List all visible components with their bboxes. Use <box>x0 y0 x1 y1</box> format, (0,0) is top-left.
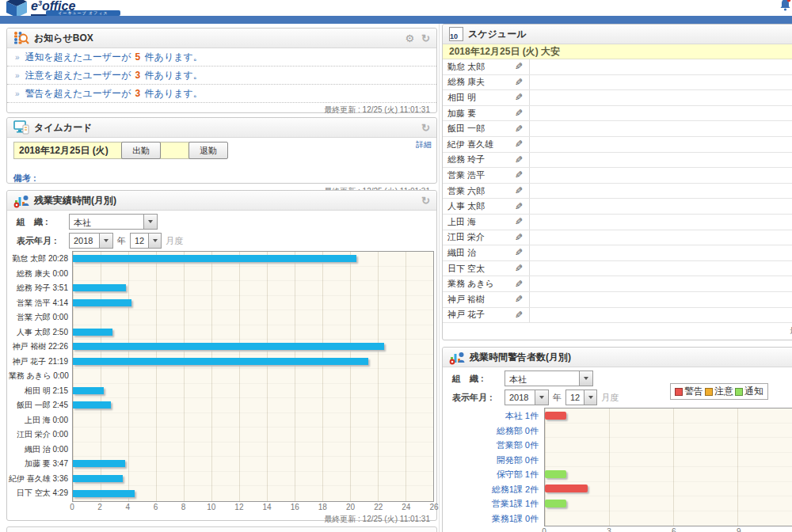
legend-swatch <box>735 388 743 396</box>
schedule-slot-cell[interactable] <box>530 106 792 121</box>
schedule-slot-cell[interactable] <box>530 230 792 245</box>
timecard-detail-link[interactable]: 詳細 <box>416 139 432 150</box>
schedule-slot-cell[interactable] <box>530 184 792 199</box>
notice-item[interactable]: »通知を超えたユーザーが 5 件あります。 <box>7 48 436 66</box>
chart-row-label: 江田 栄介 0:00 <box>9 428 72 443</box>
schedule-last-update: 最終更新 : 12/25 (火) 11:01:31 <box>443 323 792 339</box>
year-select[interactable]: 2018 <box>69 233 113 249</box>
notice-box-icon <box>13 31 29 45</box>
chart-row-label: 業務 あきら 0:00 <box>9 369 72 384</box>
schedule-slot-cell[interactable] <box>530 215 792 230</box>
axis-tick-label: 24 <box>402 503 410 511</box>
schedule-name-cell: 総務 玲子✎ <box>443 153 530 168</box>
refresh-icon[interactable]: ↻ <box>421 196 430 206</box>
axis-tick-label: 4 <box>126 503 131 511</box>
month-select[interactable]: 12 <box>565 390 597 405</box>
month-select[interactable]: 12 <box>130 233 162 249</box>
overtime-bar <box>73 387 104 394</box>
member-name: 加藤 要 <box>447 108 476 120</box>
edit-pencil-icon[interactable]: ✎ <box>515 78 523 87</box>
schedule-name-cell: 飯田 一郎✎ <box>443 121 530 136</box>
schedule-slot-cell[interactable] <box>530 292 792 307</box>
schedule-row: 総務 玲子✎ <box>443 153 792 169</box>
schedule-slot-cell[interactable] <box>530 137 792 152</box>
chart-bar-row <box>73 369 433 384</box>
warning-chart: 本社 1件総務部 0件営業部 0件開発部 0件保守部 1件総務1課 2件営業1課… <box>444 408 792 526</box>
chevron-down-icon[interactable] <box>535 390 548 405</box>
clock-out-button[interactable]: 退勤 <box>188 142 228 159</box>
warning-chart-labels: 本社 1件総務部 0件営業部 0件開発部 0件保守部 1件総務1課 2件営業1課… <box>444 408 544 526</box>
schedule-slot-cell[interactable] <box>530 90 792 105</box>
schedule-row: 織田 治✎ <box>443 245 792 261</box>
schedule-slot-cell[interactable] <box>530 245 792 260</box>
axis-tick-label: 2 <box>97 503 102 511</box>
chart-row-label: 神戸 裕樹 22:26 <box>9 340 72 355</box>
edit-pencil-icon[interactable]: ✎ <box>515 170 523 180</box>
member-name: 飯田 一郎 <box>447 123 485 135</box>
member-name: 上田 海 <box>447 216 476 228</box>
timecard-date-field[interactable] <box>13 142 191 159</box>
chart-row-label: 勤怠 太郎 20:28 <box>9 252 72 267</box>
schedule-slot-cell[interactable] <box>530 308 792 323</box>
notification-bell-icon[interactable] <box>779 0 791 11</box>
schedule-slot-cell[interactable] <box>530 121 792 136</box>
schedule-row: 上田 海✎ <box>443 215 792 230</box>
chart-bar-row <box>545 511 792 526</box>
chart-row-label: 総務 玲子 3:51 <box>9 281 72 296</box>
schedule-row: 江田 栄介✎ <box>443 230 792 246</box>
edit-pencil-icon[interactable]: ✎ <box>515 294 523 304</box>
main-navbar[interactable] <box>0 16 792 24</box>
schedule-slot-cell[interactable] <box>530 276 792 291</box>
edit-pencil-icon[interactable]: ✎ <box>515 186 523 196</box>
schedule-slot-cell[interactable] <box>530 59 792 74</box>
schedule-slot-cell[interactable] <box>530 261 792 276</box>
schedule-row: 日下 空太✎ <box>443 261 792 277</box>
schedule-name-cell: 江田 栄介✎ <box>443 230 530 245</box>
chart-bar-row <box>73 486 433 501</box>
edit-pencil-icon[interactable]: ✎ <box>515 155 523 165</box>
schedule-slot-cell[interactable] <box>530 75 792 90</box>
org-select[interactable]: 本社 <box>69 214 158 230</box>
chevron-down-icon[interactable] <box>143 215 157 229</box>
edit-pencil-icon[interactable]: ✎ <box>515 279 523 289</box>
chevron-down-icon[interactable] <box>148 234 161 248</box>
chevron-down-icon[interactable] <box>579 371 592 386</box>
app-header: e3office イーキューブ オフィス <box>0 0 792 16</box>
schedule-row: 人事 太郎✎ <box>443 199 792 215</box>
legend-item: 通知 <box>735 385 763 398</box>
edit-pencil-icon[interactable]: ✎ <box>515 217 523 226</box>
refresh-icon[interactable]: ↻ <box>421 33 430 44</box>
schedule-member-list: 勤怠 太郎✎総務 康夫✎相田 明✎加藤 要✎飯田 一郎✎紀伊 喜久雄✎総務 玲子… <box>443 59 792 323</box>
edit-pencil-icon[interactable]: ✎ <box>515 139 523 149</box>
schedule-name-cell: 人事 太郎✎ <box>443 199 530 214</box>
clock-in-button[interactable]: 出勤 <box>121 142 161 159</box>
edit-pencil-icon[interactable]: ✎ <box>515 93 523 102</box>
schedule-name-cell: 業務 あきら✎ <box>443 276 530 291</box>
schedule-slot-cell[interactable] <box>530 153 792 168</box>
settings-gear-icon[interactable]: ⚙ <box>405 33 414 44</box>
edit-pencil-icon[interactable]: ✎ <box>515 202 523 211</box>
schedule-row: 営業 六郎✎ <box>443 184 792 200</box>
schedule-slot-cell[interactable] <box>530 168 792 183</box>
overtime-bar <box>73 255 356 262</box>
edit-pencil-icon[interactable]: ✎ <box>515 233 523 242</box>
schedule-name-cell: 織田 治✎ <box>443 245 530 260</box>
org-select[interactable]: 本社 <box>505 370 593 386</box>
notice-item[interactable]: »注意を超えたユーザーが 3 件あります。 <box>7 66 436 85</box>
member-name: 業務 あきら <box>447 278 494 290</box>
notice-item[interactable]: »警告を超えたユーザーが 3 件あります。 <box>7 85 436 103</box>
edit-pencil-icon[interactable]: ✎ <box>515 310 523 320</box>
schedule-slot-cell[interactable] <box>530 199 792 214</box>
year-unit-label: 年 <box>117 235 126 247</box>
edit-pencil-icon[interactable]: ✎ <box>515 264 523 273</box>
refresh-icon[interactable]: ↻ <box>421 123 430 133</box>
edit-pencil-icon[interactable]: ✎ <box>515 62 523 71</box>
chevron-down-icon[interactable] <box>99 234 112 248</box>
year-select[interactable]: 2018 <box>505 390 549 405</box>
edit-pencil-icon[interactable]: ✎ <box>515 248 523 257</box>
chart-bar-row <box>545 453 792 468</box>
chevron-down-icon[interactable] <box>584 390 596 405</box>
edit-pencil-icon[interactable]: ✎ <box>515 124 523 134</box>
overtime-warning-panel: 残業時間警告者数(月別) 組 織 : 本社 表示年月 : 2018 年 12 月… <box>442 347 792 532</box>
edit-pencil-icon[interactable]: ✎ <box>515 108 523 118</box>
